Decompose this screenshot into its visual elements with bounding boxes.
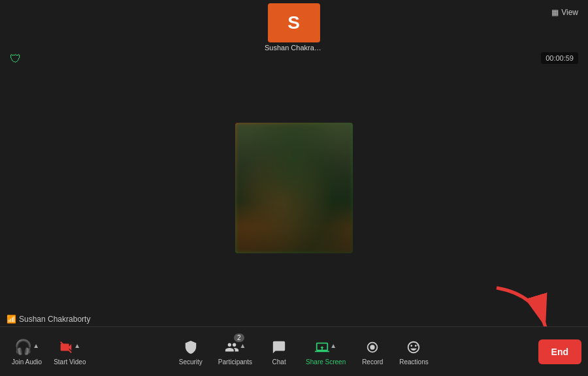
chat-button[interactable]: Chat bbox=[263, 335, 295, 368]
reactions-icon bbox=[406, 337, 421, 357]
video-blur-overlay bbox=[235, 123, 353, 253]
join-audio-top: 🎧 ▲ bbox=[14, 337, 39, 357]
chat-icon bbox=[272, 337, 286, 357]
record-button[interactable]: Record bbox=[356, 335, 389, 368]
toolbar-center: Security 2 ▲ Participants bbox=[91, 335, 516, 368]
share-screen-button[interactable]: ▲ Share Screen bbox=[301, 335, 351, 368]
self-name-text: Sushan Chakraborty bbox=[19, 315, 90, 324]
participants-button[interactable]: 2 ▲ Participants bbox=[213, 335, 257, 368]
end-button[interactable]: End bbox=[538, 339, 581, 364]
main-area: S Sushan Chakrab... ▦ View 🛡 00:00:59 📶 … bbox=[0, 0, 588, 376]
self-name-tag: 📶 Sushan Chakraborty bbox=[7, 315, 90, 324]
share-screen-caret[interactable]: ▲ bbox=[330, 342, 336, 349]
security-icon bbox=[184, 337, 198, 357]
start-video-label: Start Video bbox=[54, 358, 86, 366]
chat-label: Chat bbox=[272, 358, 286, 366]
avatar-letter: S bbox=[287, 12, 301, 33]
svg-point-3 bbox=[370, 345, 375, 349]
start-video-top: ▲ bbox=[59, 337, 80, 357]
record-icon bbox=[365, 337, 380, 357]
bottom-toolbar: 🎧 ▲ Join Audio ▲ Start Video bbox=[0, 326, 588, 376]
participants-top: 2 ▲ bbox=[225, 337, 246, 357]
toolbar-right: End bbox=[516, 339, 581, 364]
share-screen-top: ▲ bbox=[315, 337, 336, 357]
participant-thumbnail: S Sushan Chakrab... bbox=[265, 3, 323, 52]
reactions-label: Reactions bbox=[399, 358, 428, 366]
record-label: Record bbox=[362, 358, 383, 366]
signal-strength-icon: 📶 bbox=[7, 315, 16, 324]
share-screen-icon bbox=[315, 337, 329, 357]
meeting-timer: 00:00:59 bbox=[541, 52, 578, 64]
reactions-button[interactable]: Reactions bbox=[394, 335, 433, 368]
security-button[interactable]: Security bbox=[174, 335, 208, 368]
participant-name-label: Sushan Chakrab... bbox=[265, 44, 323, 52]
view-grid-icon: ▦ bbox=[551, 8, 559, 17]
join-audio-button[interactable]: 🎧 ▲ Join Audio bbox=[7, 335, 47, 368]
participants-label: Participants bbox=[218, 358, 252, 366]
join-audio-caret[interactable]: ▲ bbox=[33, 342, 39, 349]
security-shield-icon: 🛡 bbox=[10, 52, 22, 66]
share-screen-label: Share Screen bbox=[306, 358, 346, 366]
camera-icon bbox=[59, 337, 73, 357]
security-label: Security bbox=[179, 358, 203, 366]
main-video-feed bbox=[235, 123, 353, 253]
view-label: View bbox=[561, 8, 578, 17]
participants-icon: 2 bbox=[225, 337, 239, 357]
participants-caret[interactable]: ▲ bbox=[240, 342, 246, 349]
toolbar-left: 🎧 ▲ Join Audio ▲ Start Video bbox=[7, 335, 91, 368]
start-video-caret[interactable]: ▲ bbox=[74, 342, 80, 349]
participants-count: 2 bbox=[234, 334, 244, 342]
headphone-icon: 🎧 bbox=[14, 337, 32, 357]
view-button[interactable]: ▦ View bbox=[551, 8, 578, 17]
join-audio-label: Join Audio bbox=[12, 358, 42, 366]
start-video-button[interactable]: ▲ Start Video bbox=[48, 335, 91, 368]
participant-avatar: S bbox=[268, 3, 320, 42]
